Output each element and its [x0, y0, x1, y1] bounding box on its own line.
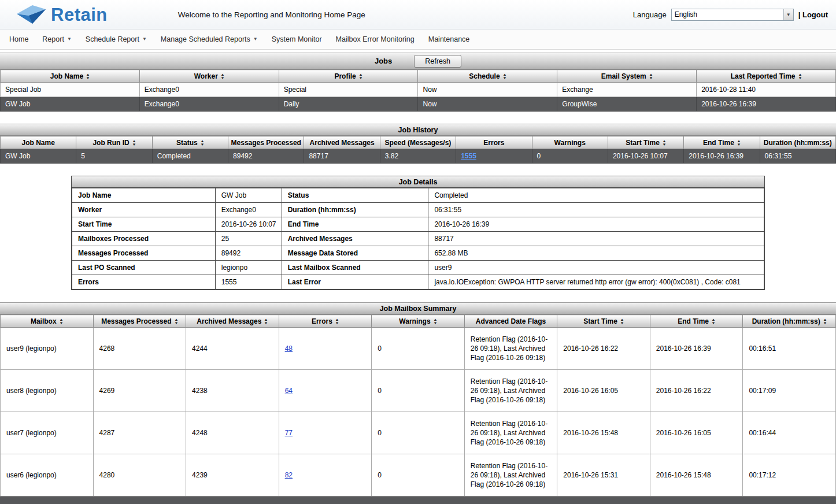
cell-warnings: 0: [372, 370, 465, 412]
detail-label: Last Error: [282, 275, 428, 290]
cell-warnings: 0: [372, 454, 465, 496]
cell-errors: 1555: [456, 149, 532, 164]
column-label: Warnings: [554, 139, 586, 147]
nav-label: Report: [42, 35, 64, 43]
cell-messages-processed: 89492: [228, 149, 304, 164]
spacer: [0, 164, 836, 176]
nav-item-schedule-report[interactable]: Schedule Report▼: [86, 35, 147, 43]
nav-item-home[interactable]: Home: [9, 35, 28, 43]
column-label: Warnings: [399, 317, 430, 325]
cell-start-time: 2016-10-26 15:31: [557, 454, 650, 496]
summary-column-duration[interactable]: Duration (hh:mm:ss): [743, 315, 836, 328]
nav-item-system-monitor[interactable]: System Monitor: [272, 35, 322, 43]
nav-item-maintenance[interactable]: Maintenance: [428, 35, 470, 43]
history-column-warnings[interactable]: Warnings: [532, 136, 608, 149]
nav-label: Maintenance: [428, 35, 470, 43]
summary-column-mailbox[interactable]: Mailbox: [1, 315, 94, 328]
history-column-status[interactable]: Status: [152, 136, 228, 149]
cell-duration: 06:31:55: [760, 149, 835, 164]
history-column-errors[interactable]: Errors: [456, 136, 532, 149]
logout-area: | Logout: [798, 10, 828, 19]
history-column-job-run-id[interactable]: Job Run ID: [76, 136, 152, 149]
column-label: Job Name: [50, 72, 83, 80]
language-select[interactable]: English ▼: [671, 9, 794, 21]
summary-column-warnings[interactable]: Warnings: [372, 315, 465, 328]
spacer: [0, 290, 836, 302]
jobs-column-schedule[interactable]: Schedule: [418, 70, 557, 83]
cell-archived-messages: 88717: [304, 149, 380, 164]
column-label: Profile: [334, 72, 356, 80]
summary-column-start-time[interactable]: Start Time: [557, 315, 650, 328]
cell-start-time: 2016-10-26 16:22: [557, 328, 650, 370]
nav-item-mailbox-error-monitoring[interactable]: Mailbox Error Monitoring: [336, 35, 415, 43]
cell-schedule: Now: [418, 97, 557, 112]
sort-icon: [132, 139, 136, 146]
jobs-column-profile[interactable]: Profile: [279, 70, 418, 83]
nav-item-report[interactable]: Report▼: [42, 35, 71, 43]
cell-mailbox: user7 (legionpo): [1, 412, 94, 454]
errors-count-link[interactable]: 82: [285, 471, 293, 479]
errors-count-link[interactable]: 1555: [461, 152, 476, 160]
sort-icon: [86, 73, 90, 80]
detail-value: 1555: [215, 275, 282, 290]
jobs-row-gw-job-selected[interactable]: GW Job Exchange0 Daily Now GroupWise 201…: [1, 97, 836, 112]
column-label: End Time: [678, 317, 709, 325]
job-history-table: Job Name Job Run ID Status Messages Proc…: [0, 136, 836, 164]
cell-duration: 00:16:44: [743, 412, 836, 454]
detail-label: Errors: [72, 275, 216, 290]
nav-label: Schedule Report: [86, 35, 139, 43]
sort-icon: [663, 139, 666, 146]
history-column-end-time[interactable]: End Time: [684, 136, 760, 149]
job-history-row-selected[interactable]: GW Job 5 Completed 89492 88717 3.82 1555…: [1, 149, 836, 164]
jobs-column-job-name[interactable]: Job Name: [1, 70, 140, 83]
history-column-archived-messages[interactable]: Archived Messages: [304, 136, 380, 149]
column-label: Job Run ID: [93, 139, 129, 147]
sort-icon: [175, 318, 178, 325]
column-label: Archived Messages: [197, 317, 261, 325]
column-label: Start Time: [583, 317, 617, 325]
history-column-duration[interactable]: Duration (hh:mm:ss): [760, 136, 835, 149]
history-column-start-time[interactable]: Start Time: [608, 136, 683, 149]
detail-value: legionpo: [215, 261, 282, 275]
errors-count-link[interactable]: 77: [285, 429, 293, 437]
select-dropdown-arrow-icon[interactable]: ▼: [783, 9, 793, 20]
sort-icon: [434, 318, 437, 325]
jobs-column-last-reported-time[interactable]: Last Reported Time: [697, 70, 836, 83]
nav-item-manage-scheduled-reports[interactable]: Manage Scheduled Reports▼: [161, 35, 258, 43]
history-column-messages-processed[interactable]: Messages Processed: [228, 136, 304, 149]
cell-errors: 64: [279, 370, 372, 412]
logout-separator: |: [798, 10, 801, 19]
cell-email-system: Exchange: [557, 83, 697, 97]
jobs-table: Job Name Worker Profile Schedule Email S…: [0, 69, 836, 112]
column-label: Archived Messages: [310, 139, 375, 147]
cell-archived-messages: 4238: [186, 370, 279, 412]
summary-column-advanced-date-flags[interactable]: Advanced Date Flags: [464, 315, 557, 328]
sort-icon: [359, 73, 362, 80]
summary-column-archived-messages[interactable]: Archived Messages: [186, 315, 279, 328]
jobs-section-title: Jobs: [375, 57, 392, 65]
cell-mailbox: user9 (legionpo): [1, 328, 94, 370]
jobs-column-email-system[interactable]: Email System: [557, 70, 697, 83]
history-column-job-name[interactable]: Job Name: [1, 136, 76, 149]
logout-link[interactable]: Logout: [802, 10, 828, 19]
jobs-column-worker[interactable]: Worker: [139, 70, 279, 83]
job-mailbox-summary-section-header: Job Mailbox Summary: [0, 302, 836, 314]
job-details-table: Job Name GW Job Status Completed Worker …: [72, 188, 764, 290]
summary-column-errors[interactable]: Errors: [279, 315, 372, 328]
summary-column-messages-processed[interactable]: Messages Processed: [93, 315, 186, 328]
job-history-title: Job History: [398, 126, 438, 134]
column-label: Start Time: [626, 139, 659, 147]
cell-warnings: 0: [372, 328, 465, 370]
summary-column-end-time[interactable]: End Time: [650, 315, 743, 328]
chevron-down-icon: ▼: [253, 37, 258, 42]
jobs-row-special-job[interactable]: Special Job Exchange0 Special Now Exchan…: [1, 83, 836, 97]
errors-count-link[interactable]: 48: [285, 344, 293, 353]
cell-end-time: 2016-10-26 15:48: [650, 454, 743, 496]
sort-icon: [712, 318, 715, 325]
detail-label: Messages Processed: [72, 246, 216, 261]
history-column-speed[interactable]: Speed (Messages/s): [380, 136, 456, 149]
language-label: Language: [633, 10, 667, 19]
refresh-button[interactable]: Refresh: [414, 55, 461, 68]
errors-count-link[interactable]: 64: [285, 387, 293, 395]
summary-header-row: Mailbox Messages Processed Archived Mess…: [1, 315, 836, 328]
